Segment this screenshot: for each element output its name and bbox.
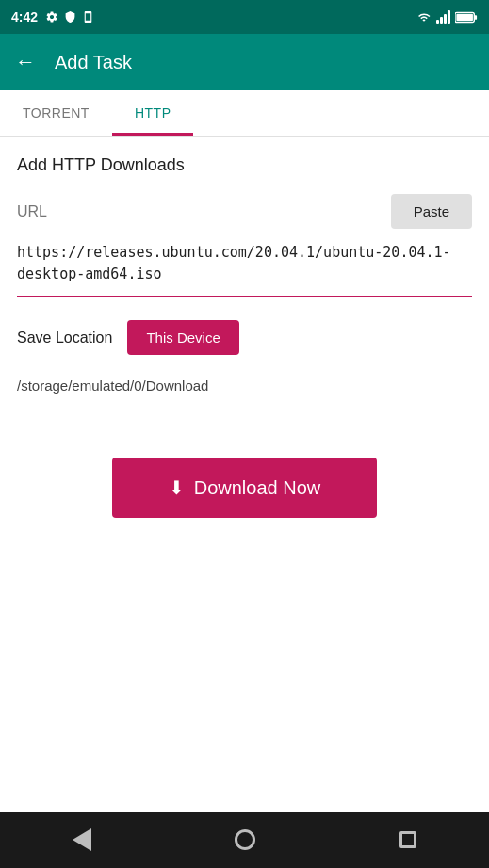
nav-home-button[interactable] — [231, 826, 259, 854]
app-bar-title: Add Task — [55, 52, 132, 73]
bottom-nav — [0, 812, 489, 868]
this-device-button[interactable]: This Device — [127, 320, 238, 355]
svg-rect-2 — [456, 13, 473, 20]
download-icon: ⬇ — [169, 476, 185, 499]
tab-torrent[interactable]: TORRENT — [0, 90, 112, 136]
tab-bar: TORRENT HTTP — [0, 90, 489, 137]
wifi-icon — [416, 11, 432, 24]
url-label: URL — [17, 203, 47, 220]
nav-back-icon — [73, 828, 91, 851]
status-icons — [45, 10, 94, 24]
status-right — [416, 10, 478, 24]
shield-icon — [64, 10, 76, 24]
gear-icon — [45, 10, 58, 24]
paste-button[interactable]: Paste — [391, 194, 472, 229]
status-bar: 4:42 — [0, 0, 489, 34]
save-location-label: Save Location — [17, 330, 112, 346]
download-button-label: Download Now — [194, 477, 321, 499]
download-now-button[interactable]: ⬇ Download Now — [112, 458, 378, 518]
save-location-row: Save Location This Device — [17, 320, 472, 355]
nav-home-icon — [235, 829, 255, 850]
nav-recents-button[interactable] — [394, 826, 422, 854]
signal-bars — [436, 10, 450, 24]
nav-back-button[interactable] — [68, 826, 96, 854]
status-time: 4:42 — [11, 9, 38, 24]
storage-path: /storage/emulated/0/Download — [17, 370, 472, 401]
battery-icon — [455, 11, 478, 24]
tab-http[interactable]: HTTP — [112, 90, 194, 136]
sim-icon — [82, 10, 94, 24]
nav-recents-icon — [399, 831, 416, 848]
status-left: 4:42 — [11, 9, 94, 24]
back-button[interactable]: ← — [15, 50, 36, 74]
section-title: Add HTTP Downloads — [17, 155, 472, 175]
svg-rect-1 — [474, 15, 477, 20]
url-underline — [17, 296, 472, 297]
app-bar: ← Add Task — [0, 34, 489, 90]
download-section: ⬇ Download Now — [17, 458, 472, 518]
url-section: URL Paste — [17, 194, 472, 229]
main-content: Add HTTP Downloads URL Paste Save Locati… — [0, 137, 489, 812]
url-input[interactable] — [17, 236, 472, 290]
